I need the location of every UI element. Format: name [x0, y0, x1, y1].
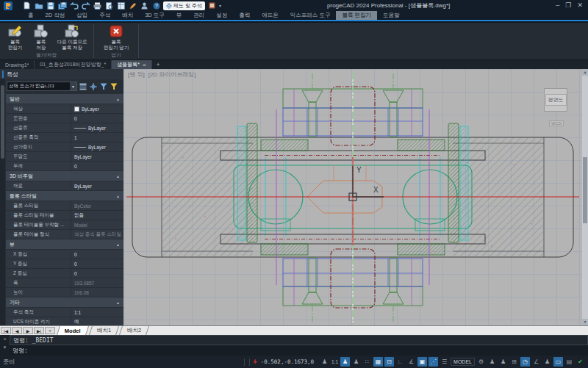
block-save-as-button[interactable]: 다른 이름으로 블록 저장	[54, 24, 90, 50]
redo-icon[interactable]	[81, 1, 90, 10]
command-input[interactable]: 명령:	[10, 345, 588, 356]
time-icon[interactable]: ◷	[520, 357, 530, 367]
canvas-scrollbar[interactable]: ▲ ▼	[582, 69, 588, 325]
group-label-open-save: 열기/저장	[0, 52, 93, 59]
print-icon[interactable]	[93, 1, 102, 10]
ortho-icon[interactable]: ∟	[395, 357, 405, 367]
coordinates-readout[interactable]: -0.502,-0.1673,0	[261, 358, 314, 365]
tab-block-editor[interactable]: 블록 편집기	[336, 11, 377, 20]
scroll-down-icon[interactable]: ▼	[582, 319, 588, 325]
viewport-controls[interactable]: [맨 위] [2D 와이어프레임]	[128, 71, 196, 79]
layout-add-button[interactable]: +	[45, 327, 55, 334]
layout-tab-model[interactable]: Model	[57, 326, 89, 335]
model-space-toggle[interactable]: MODEL	[451, 358, 475, 366]
filter-icon[interactable]	[99, 82, 108, 91]
viewport-icon[interactable]: ▭	[553, 357, 563, 367]
layout-tab-1[interactable]: 배치1	[89, 326, 119, 335]
tab-2d-draw[interactable]: 2D 작성	[40, 11, 71, 20]
command-close-icon[interactable]: ×	[3, 336, 6, 342]
tab-layout[interactable]: 배치	[116, 11, 139, 20]
new-file-icon[interactable]	[22, 1, 32, 10]
object-track-icon[interactable]: ⋰	[429, 357, 438, 367]
canvas-scrollbar-thumb[interactable]	[583, 157, 587, 223]
status-ok-icon[interactable]: ✔	[576, 357, 585, 367]
layout-tab-2[interactable]: 배치2	[119, 326, 149, 335]
layout-nav-prev[interactable]: ◀	[12, 327, 22, 334]
layout-nav-last[interactable]: ▶|	[34, 327, 44, 334]
annotation-scale-icon[interactable]: ♟	[320, 357, 329, 367]
command-expand-icon[interactable]: ▾	[4, 344, 7, 350]
tab-insert[interactable]: 삽입	[71, 11, 93, 20]
viewport-view-label[interactable]: [맨 위]	[128, 71, 145, 79]
digitizer-icon[interactable]: ∠	[531, 357, 541, 367]
scroll-up-icon[interactable]: ▲	[582, 69, 588, 76]
doc-tab-drawing1[interactable]: Drawing1*	[0, 60, 35, 69]
print-preview-icon[interactable]	[104, 1, 114, 10]
undo-icon[interactable]	[69, 1, 79, 10]
section-view[interactable]: 뷰▲	[6, 239, 123, 249]
tab-addon[interactable]: 애드온	[256, 11, 284, 20]
tab-view[interactable]: 뷰	[171, 11, 188, 20]
qat-more-caret-icon[interactable]: ▾	[219, 3, 221, 8]
properties-scrollbar-thumb[interactable]	[1, 85, 4, 159]
grid-icon[interactable]: ▦	[373, 357, 383, 367]
viewport-style-label[interactable]: [2D 와이어프레임]	[148, 71, 196, 79]
user-icon[interactable]: ♟	[498, 357, 508, 367]
new-doc-tab-button[interactable]: +	[152, 60, 165, 69]
tab-output[interactable]: 출력	[233, 11, 256, 20]
quick-select-icon[interactable]	[89, 82, 98, 91]
doc-tab-close-icon[interactable]: ×	[143, 62, 146, 68]
object-snap-icon[interactable]: ▣	[417, 357, 427, 367]
annotation-scale-value[interactable]: 1:1	[331, 359, 338, 364]
section-plot-style[interactable]: 플롯 스타일▲	[6, 191, 123, 201]
section-3d-visual[interactable]: 3D 비주얼▲	[6, 171, 123, 181]
palette-icon[interactable]	[207, 1, 217, 10]
section-general[interactable]: 일반▲	[6, 94, 123, 104]
layout-nav-first[interactable]: |◀	[1, 327, 11, 334]
selection-combo[interactable]: 선택 요소가 없습니다 ▼	[7, 82, 77, 91]
viewcube[interactable]: 평면도	[544, 88, 567, 112]
task-list-icon[interactable]: ▤	[564, 357, 574, 367]
doc-tab-sample-block[interactable]: 샘플블록* ×	[112, 60, 151, 69]
tab-help[interactable]: 도움말	[377, 11, 406, 20]
snap-grid-dots-icon[interactable]: ∷	[362, 357, 372, 367]
properties-scrollbar[interactable]	[0, 79, 5, 325]
annotation-autoscale-icon[interactable]: ♟	[351, 357, 361, 367]
section-misc[interactable]: 기타▲	[6, 297, 123, 307]
minimize-button[interactable]: –	[556, 2, 559, 9]
chevron-down-icon[interactable]: ▼	[70, 82, 76, 90]
user-icon[interactable]	[140, 1, 149, 10]
tab-3d-tools[interactable]: 3D 도구	[139, 11, 171, 20]
layer-list-icon[interactable]	[79, 82, 87, 91]
layout-nav-next[interactable]: ▶	[23, 327, 33, 334]
tab-annotate[interactable]: 주석	[93, 11, 116, 20]
polar-tracking-icon[interactable]: ∡	[406, 357, 416, 367]
tab-manage[interactable]: 관리	[187, 11, 210, 20]
close-block-editor-button[interactable]: 블록 편집기 닫기	[98, 24, 135, 50]
open-folder-icon[interactable]	[34, 1, 43, 10]
help-icon[interactable]: ?	[151, 1, 161, 10]
tab-home[interactable]: 홈	[22, 11, 40, 20]
doc-tab-compat[interactable]: 01_호환성2018버전양방향_*	[35, 60, 112, 69]
sheet-set-icon[interactable]	[116, 1, 126, 10]
windows-cascade-icon[interactable]: ⊞	[509, 357, 519, 367]
tab-express-tools[interactable]: 익스프레스 도구	[284, 11, 337, 20]
lineweight-icon[interactable]: ☰	[440, 357, 449, 367]
close-button[interactable]: ✕	[577, 2, 583, 9]
block-save-button[interactable]: 블록 저장	[29, 24, 53, 50]
filter-apply-icon[interactable]	[110, 82, 118, 91]
workspace-selector[interactable]: 제도 및 주석	[163, 1, 205, 10]
collaboration-icon[interactable]: ♟	[487, 357, 497, 367]
assist-icon[interactable]: ♟	[542, 357, 552, 367]
settings-gear-icon[interactable]: ⚙	[476, 357, 486, 367]
save-all-icon[interactable]	[57, 1, 67, 10]
drawing-canvas[interactable]: Y X [맨 위] [2D 와이어프레임] 평면도 WCS ▲ ▼	[123, 69, 588, 325]
block-editor-button[interactable]: 블록 편집기	[3, 24, 27, 50]
save-icon[interactable]	[46, 1, 55, 10]
snap-icon[interactable]: ⊡	[384, 357, 394, 367]
wcs-menu[interactable]: WCS	[549, 120, 564, 126]
format-painter-icon[interactable]	[128, 1, 137, 10]
tab-settings[interactable]: 설정	[210, 11, 233, 20]
annotation-visibility-icon[interactable]: ♟	[340, 357, 350, 367]
maximize-button[interactable]: ❐	[565, 2, 571, 9]
